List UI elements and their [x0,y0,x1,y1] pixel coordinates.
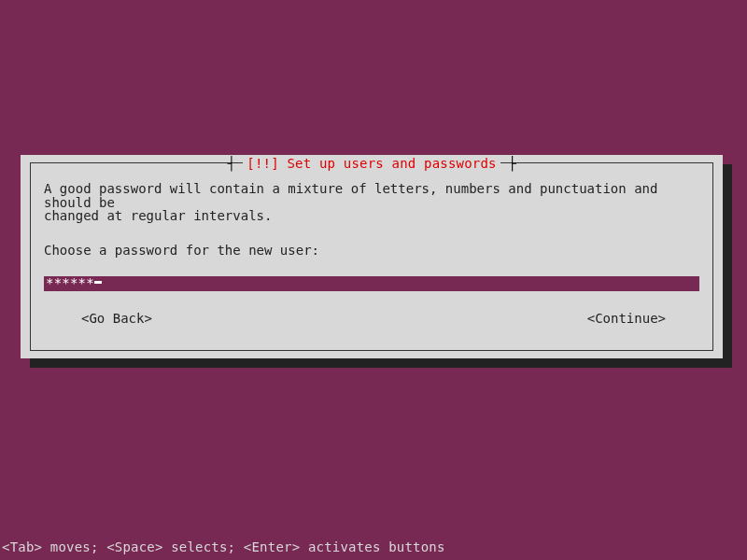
dialog-buttons: <Go Back> <Continue> [44,312,699,326]
dialog-content: A good password will contain a mixture o… [31,163,712,334]
continue-button[interactable]: <Continue> [587,312,666,326]
password-masked-value: ****** [46,276,94,290]
password-prompt: Choose a password for the new user: [44,244,699,258]
text-cursor-icon [94,281,102,284]
password-input[interactable]: ****** [44,276,699,291]
go-back-button[interactable]: <Go Back> [81,312,152,326]
footer-hint: <Tab> moves; <Space> selects; <Enter> ac… [2,539,445,554]
dialog-box: ┤ [!!] Set up users and passwords ├ A go… [21,155,723,358]
dialog-title-wrap: ┤ [!!] Set up users and passwords ├ [31,156,712,171]
dialog-description: A good password will contain a mixture o… [44,182,699,223]
dialog-inner-border: ┤ [!!] Set up users and passwords ├ A go… [30,162,713,351]
dialog-title: [!!] Set up users and passwords [243,156,500,171]
